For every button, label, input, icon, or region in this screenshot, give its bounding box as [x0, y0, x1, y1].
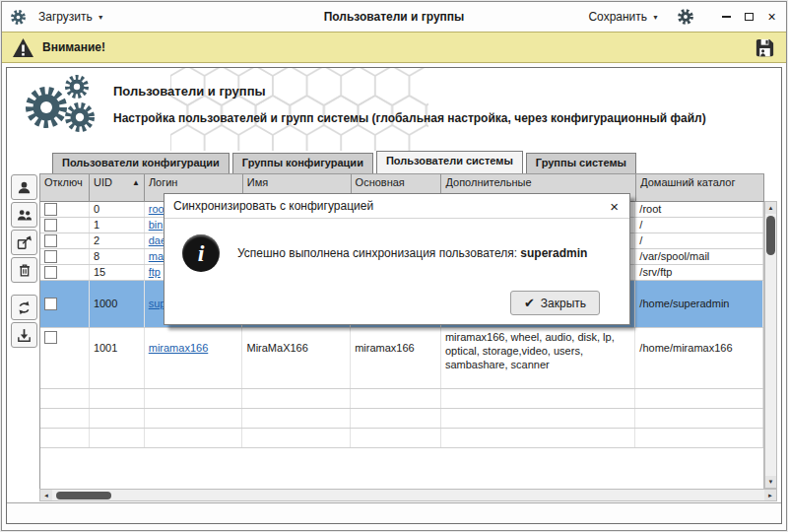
horizontal-scrollbar[interactable]: ◄ ►	[39, 489, 777, 501]
settings-gear-button[interactable]	[671, 5, 700, 29]
column-header-uid[interactable]: UID ▲	[90, 174, 145, 202]
dialog-close-button[interactable]: ✔ Закрыть	[510, 291, 600, 315]
warning-bar: Внимание!	[2, 32, 786, 63]
refresh-button[interactable]	[11, 295, 37, 320]
login-link[interactable]: ftp	[149, 266, 161, 280]
gears-logo-icon	[21, 74, 99, 137]
cell-uid: 1	[90, 218, 145, 233]
user-groups-button[interactable]	[11, 202, 37, 228]
cell-uid: 15	[90, 265, 145, 280]
empty-row	[40, 409, 763, 429]
cell-home-dir: /	[635, 218, 763, 233]
cell-disabled	[40, 233, 90, 248]
scroll-up-button[interactable]: ▲	[765, 202, 776, 214]
warning-icon	[12, 37, 34, 58]
dialog-close-icon[interactable]: ×	[608, 199, 621, 214]
info-icon: i	[182, 234, 220, 272]
app-window: Загрузить ▼ Пользователи и группы Сохран…	[1, 1, 787, 531]
cell-disabled	[40, 281, 90, 327]
cell-disabled	[40, 202, 90, 217]
sync-dialog: Синхронизировать с конфигурацией × i Усп…	[164, 193, 630, 325]
cell-uid: 8	[90, 249, 145, 264]
save-menu-button[interactable]: Сохранить ▼	[582, 7, 665, 27]
gear-icon	[677, 8, 694, 26]
minimize-button[interactable]	[720, 11, 733, 24]
horizontal-scroll-thumb[interactable]	[56, 492, 111, 499]
cell-disabled	[40, 218, 90, 233]
export-button[interactable]	[11, 230, 37, 255]
cell-home-dir: /home/superadmin	[635, 281, 763, 327]
tab-config-users[interactable]: Пользователи конфигурации	[52, 153, 230, 173]
page-subtitle: Настройка пользователей и групп системы …	[113, 111, 744, 125]
cell-primary-group: miramax166	[351, 328, 441, 388]
cell-home-dir: /srv/ftp	[635, 265, 763, 280]
save-menu-label: Сохранить	[588, 10, 647, 24]
page-title: Пользователи и группы	[113, 84, 266, 99]
cell-uid: 0	[90, 202, 145, 217]
login-link[interactable]: bin	[149, 219, 164, 233]
empty-row	[40, 389, 763, 409]
dialog-close-button-label: Закрыть	[541, 297, 586, 310]
close-button[interactable]: ×	[765, 11, 778, 24]
row-disabled-checkbox[interactable]	[44, 219, 57, 232]
side-toolbar	[11, 174, 38, 348]
user-icon	[16, 179, 33, 196]
download-icon	[16, 327, 33, 344]
empty-row	[40, 429, 763, 448]
cell-disabled	[40, 328, 90, 388]
delete-button[interactable]	[11, 257, 37, 283]
dialog-title: Синхронизировать с конфигурацией	[173, 199, 373, 213]
save-config-button[interactable]	[754, 36, 776, 59]
table-row[interactable]: 1001 miramax166 MiraMaX166 miramax166 mi…	[40, 328, 763, 389]
row-disabled-checkbox[interactable]	[44, 203, 57, 216]
export-icon	[16, 234, 33, 251]
cell-home-dir: /home/miramax166	[635, 328, 763, 388]
dialog-message: Успешно выполнена синхронизация пользова…	[237, 246, 587, 260]
status-bar	[7, 502, 781, 523]
cell-additional-groups: miramax166, wheel, audio, disk, lp, opti…	[441, 328, 635, 388]
sort-ascending-icon: ▲	[132, 178, 140, 187]
page-header: Пользователи и группы Настройка пользова…	[7, 68, 781, 151]
dialog-message-highlight: superadmin	[520, 246, 587, 260]
row-disabled-checkbox[interactable]	[44, 331, 57, 344]
chevron-down-icon: ▼	[652, 14, 659, 21]
load-menu-label: Загрузить	[38, 10, 93, 24]
column-header-disabled[interactable]: Отключ	[40, 174, 90, 202]
titlebar: Загрузить ▼ Пользователи и группы Сохран…	[2, 2, 786, 32]
dialog-body: i Успешно выполнена синхронизация пользо…	[164, 219, 629, 272]
app-gear-icon	[10, 9, 27, 26]
cell-uid: 1001	[90, 328, 145, 388]
hexagon-pattern	[170, 68, 428, 151]
tab-bar: Пользователи конфигурации Группы конфигу…	[52, 151, 636, 173]
cell-uid: 2	[90, 233, 145, 248]
tab-system-users[interactable]: Пользователи системы	[376, 151, 523, 173]
load-menu-button[interactable]: Загрузить ▼	[33, 7, 110, 27]
tab-config-groups[interactable]: Группы конфигурации	[232, 153, 373, 173]
vertical-scroll-thumb[interactable]	[766, 216, 775, 255]
users-icon	[16, 207, 33, 224]
login-link[interactable]: miramax166	[149, 342, 209, 356]
cell-disabled	[40, 265, 90, 280]
warning-text: Внимание!	[42, 40, 105, 54]
row-disabled-checkbox[interactable]	[44, 234, 57, 247]
maximize-button[interactable]	[743, 11, 755, 24]
user-account-button[interactable]	[11, 174, 37, 200]
scroll-right-button[interactable]: ►	[764, 490, 776, 500]
check-icon: ✔	[524, 296, 535, 310]
row-disabled-checkbox[interactable]	[44, 250, 57, 263]
cell-name: MiraMaX166	[242, 328, 351, 388]
cell-uid: 1000	[90, 281, 145, 327]
vertical-scrollbar[interactable]: ▲ ▼	[764, 201, 777, 489]
cell-home-dir: /root	[635, 202, 763, 217]
trash-icon	[17, 262, 33, 279]
floppy-icon	[754, 36, 776, 59]
column-header-home-dir[interactable]: Домашний каталог	[636, 174, 764, 202]
row-disabled-checkbox[interactable]	[44, 266, 57, 279]
download-button[interactable]	[11, 322, 37, 348]
cell-login: miramax166	[145, 328, 243, 388]
tab-system-groups[interactable]: Группы системы	[526, 153, 636, 173]
row-disabled-checkbox[interactable]	[44, 298, 57, 310]
scroll-down-button[interactable]: ▼	[765, 476, 776, 488]
scroll-left-button[interactable]: ◄	[40, 490, 52, 500]
dialog-titlebar: Синхронизировать с конфигурацией ×	[164, 194, 629, 219]
